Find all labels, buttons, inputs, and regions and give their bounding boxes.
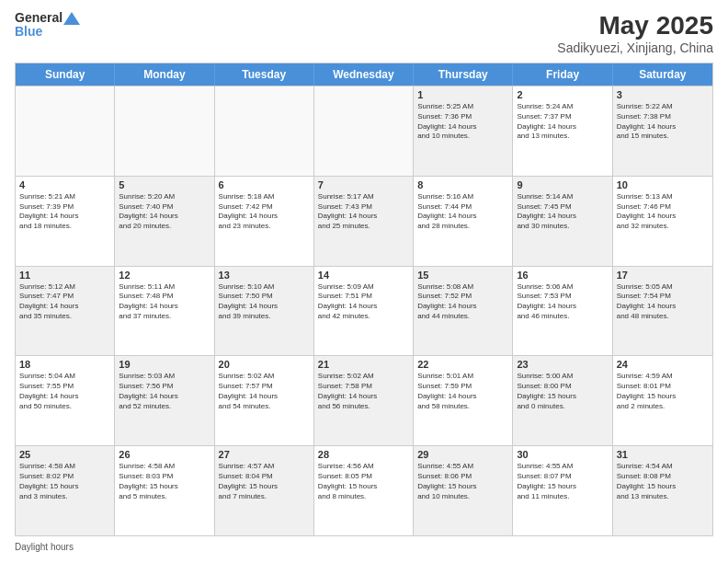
calendar-cell: 3Sunrise: 5:22 AM Sunset: 7:38 PM Daylig… <box>613 86 712 176</box>
day-number: 23 <box>517 359 608 370</box>
cell-text: Sunrise: 5:11 AM Sunset: 7:48 PM Dayligh… <box>119 282 210 322</box>
calendar-cell: 23Sunrise: 5:00 AM Sunset: 8:00 PM Dayli… <box>513 356 612 445</box>
calendar-cell: 8Sunrise: 5:16 AM Sunset: 7:44 PM Daylig… <box>414 177 513 266</box>
calendar-cell: 27Sunrise: 4:57 AM Sunset: 8:04 PM Dayli… <box>215 446 314 535</box>
calendar-cell: 30Sunrise: 4:55 AM Sunset: 8:07 PM Dayli… <box>513 446 612 535</box>
subtitle: Sadikyuezi, Xinjiang, China <box>557 40 713 55</box>
day-number: 4 <box>19 179 110 190</box>
cell-text: Sunrise: 5:21 AM Sunset: 7:39 PM Dayligh… <box>19 192 110 232</box>
logo-icon <box>63 12 80 25</box>
cell-text: Sunrise: 5:16 AM Sunset: 7:44 PM Dayligh… <box>417 192 508 232</box>
day-number: 16 <box>517 270 608 281</box>
cell-text: Sunrise: 4:54 AM Sunset: 8:08 PM Dayligh… <box>617 462 709 501</box>
cell-text: Sunrise: 4:58 AM Sunset: 8:02 PM Dayligh… <box>19 462 110 501</box>
calendar-cell: 26Sunrise: 4:58 AM Sunset: 8:03 PM Dayli… <box>115 446 214 535</box>
calendar-cell: 11Sunrise: 5:12 AM Sunset: 7:47 PM Dayli… <box>16 267 115 356</box>
svg-marker-0 <box>63 12 80 25</box>
cell-text: Sunrise: 4:56 AM Sunset: 8:05 PM Dayligh… <box>318 462 409 501</box>
calendar-cell: 16Sunrise: 5:06 AM Sunset: 7:53 PM Dayli… <box>513 267 612 356</box>
calendar-cell <box>314 86 414 176</box>
cell-text: Sunrise: 5:05 AM Sunset: 7:54 PM Dayligh… <box>617 282 709 322</box>
day-number: 7 <box>318 179 409 190</box>
weekday-header: Sunday <box>16 63 115 86</box>
cell-text: Sunrise: 5:14 AM Sunset: 7:45 PM Dayligh… <box>517 192 608 232</box>
day-number: 11 <box>19 270 110 281</box>
calendar-cell: 19Sunrise: 5:03 AM Sunset: 7:56 PM Dayli… <box>115 356 214 445</box>
day-number: 25 <box>19 449 110 460</box>
day-number: 20 <box>219 359 310 370</box>
cell-text: Sunrise: 5:25 AM Sunset: 7:36 PM Dayligh… <box>417 102 508 142</box>
day-number: 24 <box>617 359 709 370</box>
day-number: 22 <box>417 359 508 370</box>
calendar-row: 18Sunrise: 5:04 AM Sunset: 7:55 PM Dayli… <box>16 355 712 445</box>
cell-text: Sunrise: 5:02 AM Sunset: 7:57 PM Dayligh… <box>219 372 310 411</box>
day-number: 27 <box>219 449 310 460</box>
calendar-body: 1Sunrise: 5:25 AM Sunset: 7:36 PM Daylig… <box>16 86 712 535</box>
calendar-row: 1Sunrise: 5:25 AM Sunset: 7:36 PM Daylig… <box>16 86 712 176</box>
day-number: 31 <box>617 449 709 460</box>
calendar-cell: 25Sunrise: 4:58 AM Sunset: 8:02 PM Dayli… <box>16 446 115 535</box>
day-number: 6 <box>219 179 310 190</box>
calendar-cell: 29Sunrise: 4:55 AM Sunset: 8:06 PM Dayli… <box>414 446 513 535</box>
calendar-cell: 28Sunrise: 4:56 AM Sunset: 8:05 PM Dayli… <box>314 446 414 535</box>
calendar-cell: 18Sunrise: 5:04 AM Sunset: 7:55 PM Dayli… <box>16 356 115 445</box>
calendar-cell <box>16 86 115 176</box>
cell-text: Sunrise: 5:20 AM Sunset: 7:40 PM Dayligh… <box>119 192 210 232</box>
day-number: 13 <box>219 270 310 281</box>
weekday-header: Monday <box>115 63 214 86</box>
cell-text: Sunrise: 5:13 AM Sunset: 7:46 PM Dayligh… <box>617 192 709 232</box>
weekday-header: Tuesday <box>215 63 314 86</box>
cell-text: Sunrise: 5:08 AM Sunset: 7:52 PM Dayligh… <box>417 282 508 322</box>
calendar-cell: 6Sunrise: 5:18 AM Sunset: 7:42 PM Daylig… <box>215 177 314 266</box>
calendar-row: 11Sunrise: 5:12 AM Sunset: 7:47 PM Dayli… <box>16 266 712 356</box>
calendar-cell: 9Sunrise: 5:14 AM Sunset: 7:45 PM Daylig… <box>513 177 612 266</box>
calendar-header: SundayMondayTuesdayWednesdayThursdayFrid… <box>16 63 712 86</box>
cell-text: Sunrise: 5:17 AM Sunset: 7:43 PM Dayligh… <box>318 192 409 232</box>
calendar-cell: 20Sunrise: 5:02 AM Sunset: 7:57 PM Dayli… <box>215 356 314 445</box>
calendar-cell: 21Sunrise: 5:02 AM Sunset: 7:58 PM Dayli… <box>314 356 414 445</box>
weekday-header: Saturday <box>613 63 712 86</box>
weekday-header: Friday <box>513 63 612 86</box>
day-number: 14 <box>318 270 409 281</box>
logo: General Blue <box>15 11 80 40</box>
calendar-cell: 10Sunrise: 5:13 AM Sunset: 7:46 PM Dayli… <box>613 177 712 266</box>
cell-text: Sunrise: 4:58 AM Sunset: 8:03 PM Dayligh… <box>119 462 210 501</box>
calendar-cell: 17Sunrise: 5:05 AM Sunset: 7:54 PM Dayli… <box>613 267 712 356</box>
cell-text: Sunrise: 5:18 AM Sunset: 7:42 PM Dayligh… <box>219 192 310 232</box>
calendar-row: 25Sunrise: 4:58 AM Sunset: 8:02 PM Dayli… <box>16 445 712 535</box>
calendar-cell: 2Sunrise: 5:24 AM Sunset: 7:37 PM Daylig… <box>513 86 612 176</box>
cell-text: Sunrise: 5:09 AM Sunset: 7:51 PM Dayligh… <box>318 282 409 322</box>
cell-text: Sunrise: 5:00 AM Sunset: 8:00 PM Dayligh… <box>517 372 608 411</box>
calendar-cell: 22Sunrise: 5:01 AM Sunset: 7:59 PM Dayli… <box>414 356 513 445</box>
calendar-cell <box>115 86 214 176</box>
day-number: 12 <box>119 270 210 281</box>
cell-text: Sunrise: 5:12 AM Sunset: 7:47 PM Dayligh… <box>19 282 110 322</box>
day-number: 2 <box>517 89 608 100</box>
calendar-cell: 7Sunrise: 5:17 AM Sunset: 7:43 PM Daylig… <box>314 177 414 266</box>
calendar-cell: 1Sunrise: 5:25 AM Sunset: 7:36 PM Daylig… <box>414 86 513 176</box>
calendar-cell: 13Sunrise: 5:10 AM Sunset: 7:50 PM Dayli… <box>215 267 314 356</box>
day-number: 1 <box>417 89 508 100</box>
weekday-header: Wednesday <box>314 63 414 86</box>
day-number: 17 <box>617 270 709 281</box>
cell-text: Sunrise: 5:03 AM Sunset: 7:56 PM Dayligh… <box>119 372 210 411</box>
weekday-header: Thursday <box>414 63 513 86</box>
calendar-cell <box>215 86 314 176</box>
cell-text: Sunrise: 4:59 AM Sunset: 8:01 PM Dayligh… <box>617 372 709 411</box>
cell-text: Sunrise: 5:06 AM Sunset: 7:53 PM Dayligh… <box>517 282 608 322</box>
day-number: 10 <box>617 179 709 190</box>
header: General Blue May 2025 Sadikyuezi, Xinjia… <box>15 11 713 55</box>
cell-text: Sunrise: 4:55 AM Sunset: 8:06 PM Dayligh… <box>417 462 508 501</box>
day-number: 5 <box>119 179 210 190</box>
calendar: SundayMondayTuesdayWednesdayThursdayFrid… <box>15 63 713 536</box>
cell-text: Sunrise: 5:02 AM Sunset: 7:58 PM Dayligh… <box>318 372 409 411</box>
day-number: 29 <box>417 449 508 460</box>
cell-text: Sunrise: 4:57 AM Sunset: 8:04 PM Dayligh… <box>219 462 310 501</box>
calendar-cell: 12Sunrise: 5:11 AM Sunset: 7:48 PM Dayli… <box>115 267 214 356</box>
calendar-cell: 14Sunrise: 5:09 AM Sunset: 7:51 PM Dayli… <box>314 267 414 356</box>
page: General Blue May 2025 Sadikyuezi, Xinjia… <box>0 0 728 563</box>
day-number: 3 <box>617 89 709 100</box>
day-number: 21 <box>318 359 409 370</box>
cell-text: Sunrise: 5:24 AM Sunset: 7:37 PM Dayligh… <box>517 102 608 142</box>
cell-text: Sunrise: 4:55 AM Sunset: 8:07 PM Dayligh… <box>517 462 608 501</box>
